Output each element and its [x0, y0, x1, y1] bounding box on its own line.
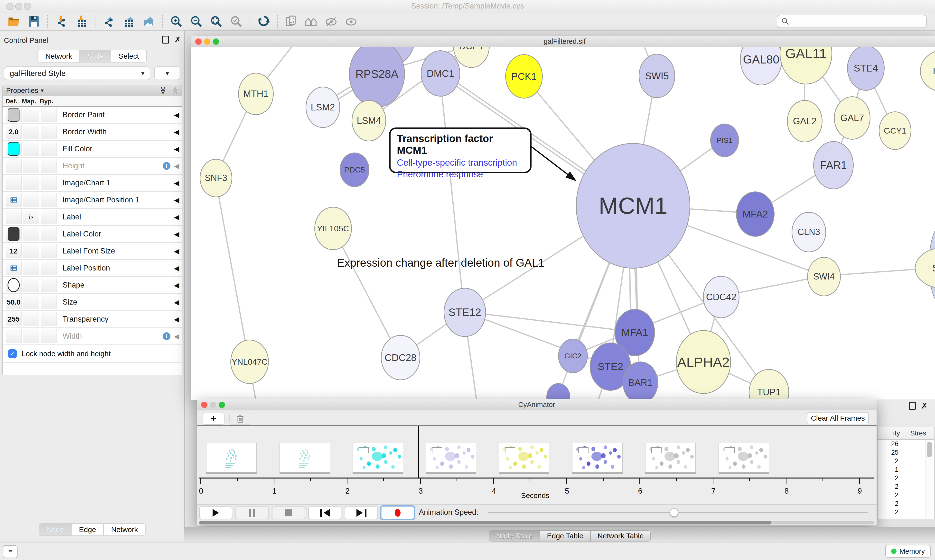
default-value-cell[interactable] — [6, 159, 22, 173]
pause-button[interactable] — [236, 506, 268, 519]
network-node-mcm1[interactable]: MCM1 — [576, 143, 690, 269]
table-tab-edge-table[interactable]: Edge Table — [540, 530, 591, 542]
add-frame-button[interactable]: + — [202, 412, 224, 425]
save-session-icon[interactable] — [27, 15, 41, 28]
import-network-icon[interactable] — [54, 15, 68, 28]
network-node-snf3[interactable]: SNF3 — [200, 159, 232, 197]
network-node-pck1[interactable]: PCK1 — [505, 54, 543, 98]
frame-thumbnail-1[interactable] — [279, 443, 330, 472]
tab-network[interactable]: Network — [37, 50, 80, 63]
zoom-out-icon[interactable] — [190, 15, 203, 28]
info-icon[interactable]: i — [163, 162, 170, 170]
property-row-border-width[interactable]: 2.0Border Width◀ — [3, 123, 182, 141]
expand-row-icon[interactable]: ◀ — [174, 111, 179, 119]
network-node-swi5[interactable]: SWI5 — [639, 54, 675, 98]
record-button[interactable] — [381, 506, 414, 519]
bypass-cell[interactable] — [41, 142, 57, 156]
network-node-ste4[interactable]: STE4 — [847, 47, 885, 91]
bypass-cell[interactable] — [41, 193, 57, 207]
default-value-cell[interactable] — [6, 329, 22, 343]
mapping-cell[interactable] — [23, 193, 39, 207]
first-neighbors-icon[interactable] — [304, 15, 318, 28]
play-button[interactable] — [199, 506, 232, 519]
expand-row-icon[interactable]: ◀ — [174, 162, 179, 170]
network-node-gic2[interactable]: GIC2 — [558, 338, 588, 373]
default-value-cell[interactable] — [6, 278, 22, 292]
search-input[interactable] — [777, 15, 927, 28]
collapse-all-icon[interactable]: ≫ — [171, 86, 179, 94]
bypass-cell[interactable] — [41, 176, 57, 190]
animation-speed-slider[interactable] — [488, 512, 867, 513]
property-row-border-paint[interactable]: Border Paint◀ — [3, 106, 182, 123]
bypass-cell[interactable] — [41, 125, 57, 139]
timeline-scrollbar[interactable] — [199, 521, 875, 525]
bypass-cell[interactable] — [41, 210, 57, 224]
annotation-link[interactable]: Cell-type-specific transcription — [397, 158, 524, 168]
default-value-cell[interactable]: 50.0 — [6, 295, 22, 309]
frame-thumbnail-2[interactable] — [353, 443, 403, 472]
property-row-label[interactable]: ⁞›Label◀ — [3, 209, 182, 226]
close-panel-icon[interactable]: ✗ — [921, 403, 928, 409]
app-minimize-button[interactable] — [15, 3, 22, 10]
annotation-link[interactable]: Pheromone response — [397, 169, 524, 180]
export-network-icon[interactable] — [102, 15, 116, 28]
tab-select[interactable]: Select — [111, 50, 147, 63]
expand-row-icon[interactable]: ◀ — [174, 264, 179, 272]
mapping-cell[interactable] — [23, 159, 39, 173]
property-row-fill-color[interactable]: Fill Color◀ — [3, 141, 182, 158]
bypass-cell[interactable] — [41, 312, 57, 326]
window-minimize-button[interactable] — [210, 402, 216, 408]
network-node-gcy1[interactable]: GCY1 — [879, 111, 911, 150]
node-table[interactable]: ity Stres 26252122222 — [877, 427, 935, 519]
frame-thumbnail-7[interactable] — [719, 443, 769, 472]
bypass-cell[interactable] — [41, 261, 57, 275]
zoom-selected-icon[interactable] — [229, 15, 243, 28]
tab-style[interactable]: Style — [80, 50, 111, 63]
mapping-cell[interactable] — [23, 278, 39, 292]
mapping-cell[interactable] — [23, 142, 39, 156]
expand-row-icon[interactable]: ◀ — [174, 281, 179, 289]
network-node-swi4[interactable]: SWI4 — [807, 257, 841, 296]
network-node-gal7[interactable]: GAL7 — [834, 96, 870, 140]
panel-tab-edge[interactable]: Edge — [71, 523, 103, 536]
import-table-icon[interactable] — [74, 15, 88, 28]
export-table-icon[interactable] — [122, 15, 136, 28]
network-node-cdc28[interactable]: CDC28 — [381, 335, 420, 380]
default-value-cell[interactable] — [6, 193, 22, 207]
network-node-mth1[interactable]: MTH1 — [238, 73, 274, 115]
expand-row-icon[interactable]: ◀ — [174, 315, 179, 323]
float-panel-icon[interactable] — [162, 36, 169, 43]
mapping-cell[interactable] — [23, 125, 39, 139]
mapping-cell[interactable] — [23, 261, 39, 275]
open-session-icon[interactable] — [7, 15, 21, 28]
property-row-label-font-size[interactable]: 12Label Font Size◀ — [3, 243, 182, 260]
network-node-mfa2[interactable]: MFA2 — [736, 191, 775, 237]
expand-row-icon[interactable]: ◀ — [174, 145, 179, 153]
search-field[interactable] — [792, 17, 922, 26]
slider-thumb[interactable] — [670, 508, 678, 517]
frame-thumbnail-5[interactable] — [572, 443, 623, 472]
frame-thumbnail-4[interactable] — [499, 443, 549, 472]
property-row-size[interactable]: 50.0Size◀ — [3, 294, 182, 311]
default-value-cell[interactable] — [6, 108, 22, 122]
export-image-icon[interactable] — [142, 15, 156, 28]
info-icon[interactable]: i — [163, 332, 170, 340]
memory-indicator[interactable]: Memory — [885, 545, 930, 558]
property-row-transparency[interactable]: 255Transparency◀ — [3, 311, 182, 328]
window-close-button[interactable] — [195, 38, 202, 45]
mapping-cell[interactable] — [23, 295, 39, 309]
expand-row-icon[interactable]: ◀ — [174, 230, 179, 238]
property-row-height[interactable]: Heighti◀ — [3, 158, 182, 175]
network-node-far1[interactable]: FAR1 — [813, 141, 854, 189]
bypass-cell[interactable] — [41, 278, 57, 292]
stop-button[interactable] — [272, 506, 305, 519]
network-node-pdc5[interactable]: PDC5 — [339, 152, 369, 187]
table-column-header[interactable]: ity — [878, 429, 900, 437]
expand-row-icon[interactable]: ◀ — [174, 213, 179, 221]
style-selector[interactable]: galFiltered Style ▾ — [4, 66, 150, 80]
hide-selected-icon[interactable] — [324, 15, 338, 28]
frames-timeline[interactable]: 0123456789 Seconds — [197, 426, 876, 504]
expand-row-icon[interactable]: ◀ — [174, 179, 179, 187]
network-canvas[interactable]: RPS28ADMC1DCP1PCK1MTH1LSM2LSM4SNF3PDC5SW… — [191, 47, 935, 400]
network-node-yil105c[interactable]: YIL105C — [314, 207, 352, 250]
